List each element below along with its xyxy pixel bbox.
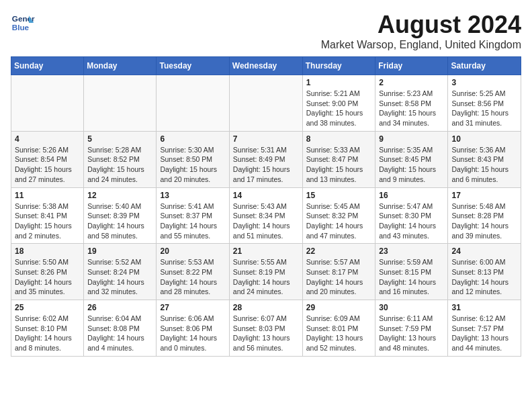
day-header-sunday: Sunday bbox=[11, 57, 84, 75]
day-number: 31 bbox=[451, 303, 517, 312]
day-number: 15 bbox=[306, 191, 372, 200]
week-row-1: 1Sunrise: 5:21 AMSunset: 9:00 PMDaylight… bbox=[11, 75, 521, 132]
day-header-saturday: Saturday bbox=[448, 57, 521, 75]
calendar-cell: 31Sunrise: 6:12 AMSunset: 7:57 PMDayligh… bbox=[448, 300, 521, 357]
day-info: Sunrise: 5:28 AMSunset: 8:52 PMDaylight:… bbox=[87, 145, 152, 185]
day-info: Sunrise: 5:33 AMSunset: 8:47 PMDaylight:… bbox=[306, 145, 372, 185]
day-header-friday: Friday bbox=[375, 57, 448, 75]
calendar-cell: 30Sunrise: 6:11 AMSunset: 7:59 PMDayligh… bbox=[375, 300, 448, 357]
day-number: 14 bbox=[233, 191, 299, 200]
day-number: 19 bbox=[87, 246, 152, 256]
calendar-cell: 13Sunrise: 5:41 AMSunset: 8:37 PMDayligh… bbox=[157, 187, 229, 244]
calendar-cell: 2Sunrise: 5:23 AMSunset: 8:58 PMDaylight… bbox=[375, 75, 448, 132]
calendar-cell: 25Sunrise: 6:02 AMSunset: 8:10 PMDayligh… bbox=[11, 300, 84, 357]
day-number: 8 bbox=[306, 134, 372, 144]
day-number: 20 bbox=[160, 246, 225, 256]
calendar-cell: 4Sunrise: 5:26 AMSunset: 8:54 PMDaylight… bbox=[11, 131, 84, 187]
day-number: 1 bbox=[306, 78, 372, 87]
calendar-cell: 5Sunrise: 5:28 AMSunset: 8:52 PMDaylight… bbox=[84, 131, 157, 187]
day-number: 17 bbox=[451, 191, 517, 200]
svg-text:Blue: Blue bbox=[12, 23, 30, 32]
calendar-cell: 16Sunrise: 5:47 AMSunset: 8:30 PMDayligh… bbox=[375, 187, 448, 244]
day-info: Sunrise: 5:36 AMSunset: 8:43 PMDaylight:… bbox=[451, 145, 517, 185]
day-info: Sunrise: 5:25 AMSunset: 8:56 PMDaylight:… bbox=[451, 89, 517, 128]
calendar-title: August 2024 bbox=[321, 11, 521, 39]
day-info: Sunrise: 5:31 AMSunset: 8:49 PMDaylight:… bbox=[233, 145, 299, 185]
calendar-cell: 19Sunrise: 5:52 AMSunset: 8:24 PMDayligh… bbox=[84, 244, 157, 300]
calendar-cell bbox=[229, 75, 302, 132]
day-info: Sunrise: 6:02 AMSunset: 8:10 PMDaylight:… bbox=[15, 314, 80, 353]
page-header: General Blue August 2024 Market Warsop, … bbox=[11, 11, 521, 51]
day-number: 5 bbox=[87, 134, 152, 144]
day-number: 27 bbox=[160, 303, 225, 312]
week-row-5: 25Sunrise: 6:02 AMSunset: 8:10 PMDayligh… bbox=[11, 300, 521, 357]
logo-icon: General Blue bbox=[11, 11, 35, 35]
day-info: Sunrise: 5:48 AMSunset: 8:28 PMDaylight:… bbox=[451, 201, 517, 241]
week-row-4: 18Sunrise: 5:50 AMSunset: 8:26 PMDayligh… bbox=[11, 244, 521, 300]
day-info: Sunrise: 5:40 AMSunset: 8:39 PMDaylight:… bbox=[87, 201, 152, 241]
calendar-cell: 29Sunrise: 6:09 AMSunset: 8:01 PMDayligh… bbox=[302, 300, 375, 357]
day-number: 13 bbox=[160, 191, 225, 200]
calendar-cell: 23Sunrise: 5:59 AMSunset: 8:15 PMDayligh… bbox=[375, 244, 448, 300]
day-number: 24 bbox=[451, 246, 517, 256]
title-section: August 2024 Market Warsop, England, Unit… bbox=[321, 11, 521, 51]
day-number: 4 bbox=[15, 134, 80, 144]
day-number: 12 bbox=[87, 191, 152, 200]
day-info: Sunrise: 5:52 AMSunset: 8:24 PMDaylight:… bbox=[87, 257, 152, 297]
calendar-cell: 26Sunrise: 6:04 AMSunset: 8:08 PMDayligh… bbox=[84, 300, 157, 357]
calendar-cell: 20Sunrise: 5:53 AMSunset: 8:22 PMDayligh… bbox=[157, 244, 229, 300]
calendar-cell: 27Sunrise: 6:06 AMSunset: 8:06 PMDayligh… bbox=[157, 300, 229, 357]
day-info: Sunrise: 5:57 AMSunset: 8:17 PMDaylight:… bbox=[306, 257, 372, 297]
day-number: 7 bbox=[233, 134, 299, 144]
calendar-cell: 14Sunrise: 5:43 AMSunset: 8:34 PMDayligh… bbox=[229, 187, 302, 244]
day-number: 11 bbox=[15, 191, 80, 200]
calendar-cell: 17Sunrise: 5:48 AMSunset: 8:28 PMDayligh… bbox=[448, 187, 521, 244]
day-info: Sunrise: 5:53 AMSunset: 8:22 PMDaylight:… bbox=[160, 257, 225, 297]
calendar-cell: 11Sunrise: 5:38 AMSunset: 8:41 PMDayligh… bbox=[11, 187, 84, 244]
day-info: Sunrise: 5:41 AMSunset: 8:37 PMDaylight:… bbox=[160, 201, 225, 241]
day-header-thursday: Thursday bbox=[302, 57, 375, 75]
calendar-cell: 1Sunrise: 5:21 AMSunset: 9:00 PMDaylight… bbox=[302, 75, 375, 132]
calendar-cell bbox=[84, 75, 157, 132]
week-row-2: 4Sunrise: 5:26 AMSunset: 8:54 PMDaylight… bbox=[11, 131, 521, 187]
day-number: 3 bbox=[451, 78, 517, 87]
day-number: 30 bbox=[379, 303, 444, 312]
day-number: 22 bbox=[306, 246, 372, 256]
day-info: Sunrise: 5:47 AMSunset: 8:30 PMDaylight:… bbox=[379, 201, 444, 241]
day-number: 10 bbox=[451, 134, 517, 144]
calendar-cell bbox=[11, 75, 84, 132]
calendar-cell: 10Sunrise: 5:36 AMSunset: 8:43 PMDayligh… bbox=[448, 131, 521, 187]
day-info: Sunrise: 5:43 AMSunset: 8:34 PMDaylight:… bbox=[233, 201, 299, 241]
calendar-cell: 3Sunrise: 5:25 AMSunset: 8:56 PMDaylight… bbox=[448, 75, 521, 132]
day-number: 29 bbox=[306, 303, 372, 312]
day-number: 2 bbox=[379, 78, 444, 87]
day-number: 21 bbox=[233, 246, 299, 256]
day-number: 18 bbox=[15, 246, 80, 256]
calendar-cell: 15Sunrise: 5:45 AMSunset: 8:32 PMDayligh… bbox=[302, 187, 375, 244]
day-info: Sunrise: 6:11 AMSunset: 7:59 PMDaylight:… bbox=[379, 314, 444, 353]
calendar-cell: 18Sunrise: 5:50 AMSunset: 8:26 PMDayligh… bbox=[11, 244, 84, 300]
calendar-cell: 8Sunrise: 5:33 AMSunset: 8:47 PMDaylight… bbox=[302, 131, 375, 187]
calendar-header-row: SundayMondayTuesdayWednesdayThursdayFrid… bbox=[11, 57, 521, 75]
day-info: Sunrise: 5:45 AMSunset: 8:32 PMDaylight:… bbox=[306, 201, 372, 241]
logo: General Blue bbox=[11, 11, 35, 35]
day-number: 16 bbox=[379, 191, 444, 200]
day-info: Sunrise: 5:38 AMSunset: 8:41 PMDaylight:… bbox=[15, 201, 80, 241]
day-number: 26 bbox=[87, 303, 152, 312]
day-number: 9 bbox=[379, 134, 444, 144]
day-header-monday: Monday bbox=[84, 57, 157, 75]
day-info: Sunrise: 5:26 AMSunset: 8:54 PMDaylight:… bbox=[15, 145, 80, 185]
calendar-cell: 12Sunrise: 5:40 AMSunset: 8:39 PMDayligh… bbox=[84, 187, 157, 244]
day-info: Sunrise: 5:23 AMSunset: 8:58 PMDaylight:… bbox=[379, 89, 444, 128]
calendar-table: SundayMondayTuesdayWednesdayThursdayFrid… bbox=[11, 56, 521, 357]
day-info: Sunrise: 6:12 AMSunset: 7:57 PMDaylight:… bbox=[451, 314, 517, 353]
calendar-subtitle: Market Warsop, England, United Kingdom bbox=[321, 39, 521, 51]
calendar-cell bbox=[157, 75, 229, 132]
day-info: Sunrise: 5:35 AMSunset: 8:45 PMDaylight:… bbox=[379, 145, 444, 185]
day-info: Sunrise: 6:00 AMSunset: 8:13 PMDaylight:… bbox=[451, 257, 517, 297]
day-number: 23 bbox=[379, 246, 444, 256]
day-number: 6 bbox=[160, 134, 225, 144]
day-info: Sunrise: 5:21 AMSunset: 9:00 PMDaylight:… bbox=[306, 89, 372, 128]
day-info: Sunrise: 6:09 AMSunset: 8:01 PMDaylight:… bbox=[306, 314, 372, 353]
calendar-cell: 7Sunrise: 5:31 AMSunset: 8:49 PMDaylight… bbox=[229, 131, 302, 187]
